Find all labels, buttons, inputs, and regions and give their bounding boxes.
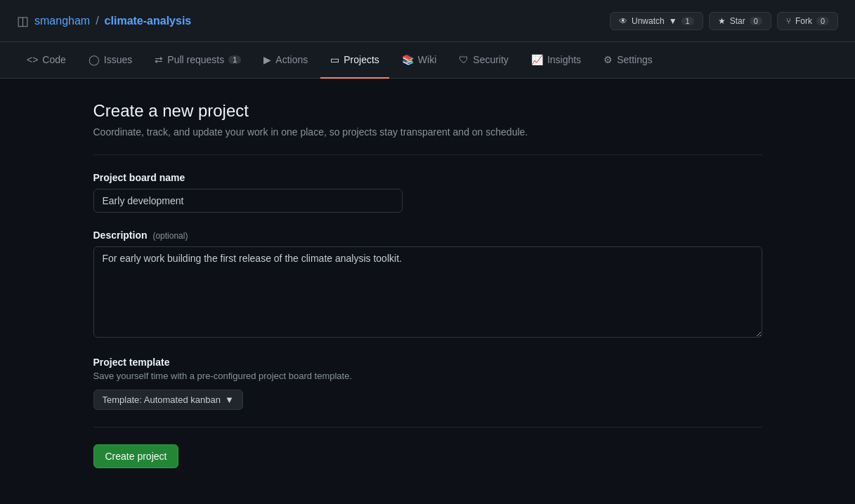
main-content: Create a new project Coordinate, track, … (77, 79, 779, 491)
template-label: Project template (93, 357, 762, 368)
issue-icon: ◯ (89, 54, 100, 65)
nav-item-pull-requests[interactable]: ⇄ Pull requests 1 (145, 42, 251, 79)
code-icon: <> (27, 54, 38, 65)
settings-icon: ⚙ (603, 54, 613, 65)
top-divider (93, 154, 762, 155)
nav-item-projects[interactable]: ▭ Projects (320, 42, 389, 79)
nav-item-actions[interactable]: ▶ Actions (254, 42, 318, 79)
nav-label-code: Code (42, 54, 65, 65)
description-section: Description (optional) For early work bu… (93, 230, 762, 340)
wiki-icon: 📚 (402, 54, 414, 65)
create-project-button[interactable]: Create project (93, 444, 179, 468)
nav-label-projects: Projects (344, 54, 379, 65)
nav-item-code[interactable]: <> Code (17, 42, 76, 79)
nav-item-security[interactable]: 🛡 Security (449, 42, 518, 79)
star-count: 0 (750, 17, 762, 25)
nav-label-wiki: Wiki (418, 54, 436, 65)
actions-icon: ▶ (263, 54, 271, 65)
board-name-label: Project board name (93, 172, 762, 183)
fork-icon: ⑂ (786, 16, 791, 26)
top-header: ◫ smangham / climate-analysis 👁 Unwatch … (0, 0, 855, 42)
pr-badge: 1 (228, 55, 241, 64)
watch-dropdown-icon: ▼ (669, 16, 677, 26)
repo-name-link[interactable]: climate-analysis (105, 15, 192, 27)
nav-item-settings[interactable]: ⚙ Settings (594, 42, 663, 79)
template-desc: Save yourself time with a pre-configured… (93, 371, 762, 381)
description-textarea[interactable]: For early work building the first releas… (93, 246, 762, 338)
repo-icon: ◫ (17, 13, 29, 29)
header-actions: 👁 Unwatch ▼ 1 ★ Star 0 ⑂ Fork 0 (610, 12, 838, 30)
fork-label: Fork (795, 16, 812, 26)
template-value: Template: Automated kanban (103, 394, 221, 405)
watch-count: 1 (681, 17, 694, 25)
fork-count: 0 (816, 17, 829, 25)
nav-item-insights[interactable]: 📈 Insights (521, 42, 591, 79)
watch-label: Unwatch (632, 16, 665, 26)
nav-item-issues[interactable]: ◯ Issues (79, 42, 142, 79)
star-label: Star (730, 16, 745, 26)
template-dropdown-icon: ▼ (225, 394, 234, 405)
template-section: Project template Save yourself time with… (93, 357, 762, 410)
bottom-divider (93, 427, 762, 427)
star-button[interactable]: ★ Star 0 (709, 12, 771, 30)
repo-separator: / (96, 15, 98, 27)
projects-icon: ▭ (330, 54, 339, 65)
nav-label-issues: Issues (104, 54, 132, 65)
security-icon: 🛡 (459, 54, 469, 65)
template-dropdown[interactable]: Template: Automated kanban ▼ (93, 390, 243, 410)
board-name-input[interactable] (93, 189, 403, 213)
page-title: Create a new project (93, 101, 762, 121)
description-optional: (optional) (152, 231, 188, 241)
nav-bar: <> Code ◯ Issues ⇄ Pull requests 1 ▶ Act… (0, 42, 855, 79)
board-name-section: Project board name (93, 172, 762, 213)
nav-label-insights: Insights (547, 54, 581, 65)
nav-label-settings: Settings (617, 54, 653, 65)
fork-button[interactable]: ⑂ Fork 0 (777, 12, 838, 30)
pr-icon: ⇄ (155, 54, 163, 65)
nav-label-security: Security (473, 54, 509, 65)
watch-button[interactable]: 👁 Unwatch ▼ 1 (610, 12, 703, 30)
repo-owner-link[interactable]: smangham (34, 15, 90, 27)
nav-item-wiki[interactable]: 📚 Wiki (392, 42, 446, 79)
insights-icon: 📈 (531, 54, 543, 65)
star-icon: ★ (718, 16, 726, 26)
nav-label-pull-requests: Pull requests (167, 54, 224, 65)
nav-label-actions: Actions (275, 54, 308, 65)
description-label: Description (optional) (93, 230, 762, 241)
page-subtitle: Coordinate, track, and update your work … (93, 126, 762, 138)
eye-icon: 👁 (619, 16, 627, 26)
repo-title: ◫ smangham / climate-analysis (17, 13, 191, 29)
